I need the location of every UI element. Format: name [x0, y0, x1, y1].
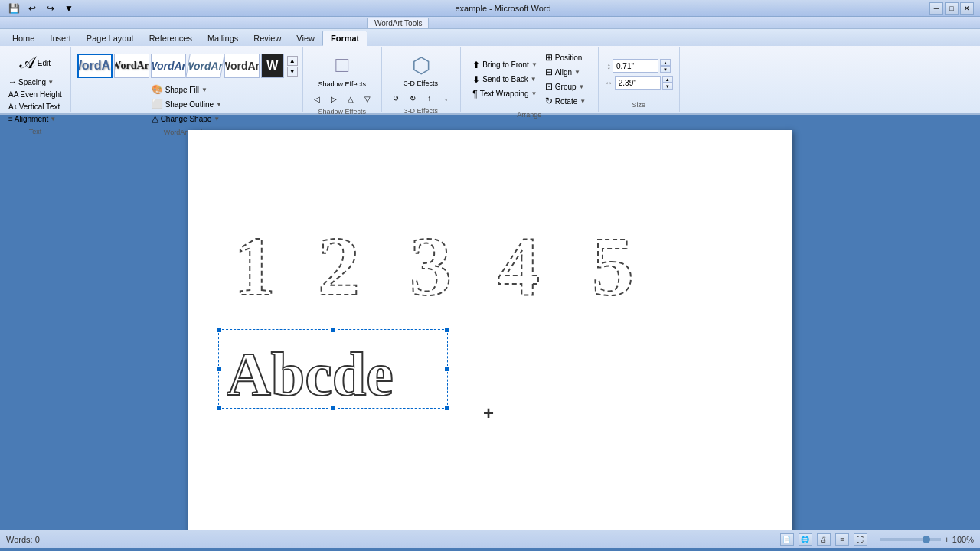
shadow-nudge-up[interactable]: △: [343, 93, 358, 105]
even-height-button[interactable]: AA Even Height: [6, 89, 64, 100]
shape-fill-icon: 🎨: [152, 84, 163, 95]
text-wrapping-icon: ¶: [472, 89, 477, 99]
handle-bottom-right[interactable]: [444, 405, 450, 411]
restore-button[interactable]: □: [945, 2, 959, 15]
position-label: Position: [555, 54, 583, 62]
spacing-label: Spacing: [18, 78, 46, 86]
group-button[interactable]: ⊡ Group ▼: [542, 80, 589, 93]
zoom-slider[interactable]: [880, 538, 941, 541]
shape-outline-button[interactable]: ⬜ Shape Outline ▼: [149, 97, 225, 111]
text-wrapping-button[interactable]: ¶ Text Wrapping ▼: [469, 87, 541, 101]
tab-format[interactable]: Format: [322, 31, 368, 46]
threed-tilt-right[interactable]: ↻: [405, 93, 420, 104]
text-group-content: 𝒜 Edit ↔ Spacing ▼ AA Even Height A↕ Ver…: [3, 49, 67, 126]
tab-review[interactable]: Review: [246, 31, 289, 46]
shadow-effects-label: Shadow Effects: [318, 80, 366, 88]
send-to-back-button[interactable]: ⬇ Send to Back ▼: [469, 73, 541, 86]
customize-icon[interactable]: ▼: [61, 2, 77, 15]
zoom-level: 100%: [952, 535, 974, 544]
height-input[interactable]: [612, 59, 658, 73]
align-button[interactable]: ⊟ Align ▼: [542, 65, 589, 79]
text-wrapping-label: Text Wrapping: [480, 90, 529, 98]
close-button[interactable]: ✕: [960, 2, 974, 15]
shadow-nudge-left[interactable]: ◁: [309, 93, 325, 105]
alignment-label: Alignment: [15, 115, 48, 123]
width-spin-up[interactable]: ▲: [662, 76, 673, 83]
shape-outline-label: Shape Outline: [165, 100, 214, 109]
view-outline-button[interactable]: ≡: [835, 533, 849, 546]
wordart-style-5[interactable]: WordArt: [224, 54, 260, 78]
gallery-scroll[interactable]: ▲ ▼: [287, 56, 298, 77]
handle-middle-right[interactable]: [444, 366, 450, 372]
height-input-row: ↕ ▲ ▼: [607, 59, 671, 73]
handle-middle-left[interactable]: [216, 366, 222, 372]
number-4: 4: [494, 207, 578, 306]
wordart-style-4[interactable]: WordArt: [185, 54, 225, 78]
group-arrow: ▼: [579, 83, 585, 90]
alignment-button[interactable]: ≡ Alignment ▼: [6, 113, 58, 125]
width-spin-down[interactable]: ▼: [662, 83, 673, 90]
width-spinner: ▲ ▼: [662, 76, 673, 90]
wordart-style-1[interactable]: WordArt: [77, 54, 113, 78]
threed-effects-label: 3-D Effects: [404, 80, 438, 87]
tab-insert[interactable]: Insert: [42, 31, 79, 46]
word-count: Words: 0: [6, 535, 40, 544]
threed-tilt-up[interactable]: ↑: [422, 93, 437, 104]
vertical-text-button[interactable]: A↕ Vertical Text: [6, 101, 62, 112]
shadow-group-label: Shadow Effects: [306, 106, 378, 117]
bring-to-front-button[interactable]: ⬆ Bring to Front ▼: [469, 58, 541, 72]
zoom-in-icon[interactable]: +: [944, 535, 949, 544]
view-fullscreen-button[interactable]: ⛶: [854, 533, 867, 546]
view-web-button[interactable]: 🌐: [799, 533, 812, 546]
send-to-back-icon: ⬇: [472, 74, 480, 85]
height-spin-up[interactable]: ▲: [660, 59, 671, 66]
undo-icon[interactable]: ↩: [24, 2, 40, 15]
view-print-button[interactable]: 🖨: [817, 533, 831, 546]
handle-bottom-middle[interactable]: [330, 405, 336, 411]
ribbon-group-3d: ⬡ 3-D Effects ↺ ↻ ↑ ↓ 3-D Effects: [382, 47, 461, 112]
even-height-label: Even Height: [20, 90, 61, 99]
shadow-effects-button[interactable]: □ Shadow Effects: [315, 51, 370, 90]
tab-references[interactable]: References: [142, 31, 200, 46]
threed-effects-button[interactable]: ⬡ 3-D Effects: [400, 51, 442, 90]
spacing-dropdown-arrow: ▼: [47, 79, 54, 86]
threed-tilt-left[interactable]: ↺: [388, 93, 403, 104]
save-icon[interactable]: 💾: [6, 2, 21, 15]
alignment-icon: ≡: [8, 115, 13, 123]
handle-bottom-left[interactable]: [216, 405, 222, 411]
shadow-nudge-right[interactable]: ▷: [326, 93, 341, 105]
even-height-icon: AA: [8, 90, 18, 99]
document: 1 2 3 4 5: [188, 130, 792, 530]
view-normal-button[interactable]: 📄: [780, 533, 794, 546]
status-bar: Words: 0 📄 🌐 🖨 ≡ ⛶ − + 100%: [0, 530, 980, 548]
threed-small-buttons: ↺ ↻ ↑ ↓: [388, 93, 454, 104]
minimize-button[interactable]: ─: [929, 2, 943, 15]
handle-top-left[interactable]: [216, 327, 222, 333]
rotate-button[interactable]: ↻ Rotate ▼: [542, 94, 589, 108]
zoom-out-icon[interactable]: −: [872, 535, 877, 544]
handle-top-middle[interactable]: [330, 327, 336, 333]
threed-tilt-down[interactable]: ↓: [439, 93, 454, 104]
wordart-textbox[interactable]: Abcde: [218, 329, 448, 409]
height-spin-down[interactable]: ▼: [660, 66, 671, 73]
tab-page-layout[interactable]: Page Layout: [79, 31, 142, 46]
handle-top-right[interactable]: [444, 327, 450, 333]
rotate-icon: ↻: [545, 96, 553, 106]
svg-text:3: 3: [410, 220, 452, 306]
wordart-style-2[interactable]: WordArt: [114, 54, 149, 78]
wordart-style-6[interactable]: W: [261, 54, 284, 78]
change-shape-button[interactable]: △ Change Shape ▼: [149, 112, 225, 126]
shape-fill-button[interactable]: 🎨 Shape Fill ▼: [149, 83, 225, 96]
spacing-button[interactable]: ↔ Spacing ▼: [6, 76, 56, 88]
spacing-icon: ↔: [8, 77, 17, 86]
tab-home[interactable]: Home: [5, 31, 42, 46]
bring-to-front-icon: ⬆: [472, 60, 480, 70]
position-button[interactable]: ⊞ Position: [542, 51, 589, 64]
tab-view[interactable]: View: [289, 31, 322, 46]
redo-icon[interactable]: ↪: [43, 2, 58, 15]
tab-mailings[interactable]: Mailings: [200, 31, 246, 46]
width-input[interactable]: [615, 76, 661, 90]
shadow-nudge-down[interactable]: ▽: [360, 93, 375, 105]
edit-text-button[interactable]: 𝒜 Edit: [6, 51, 64, 75]
wordart-style-3[interactable]: WordArt: [151, 54, 186, 78]
